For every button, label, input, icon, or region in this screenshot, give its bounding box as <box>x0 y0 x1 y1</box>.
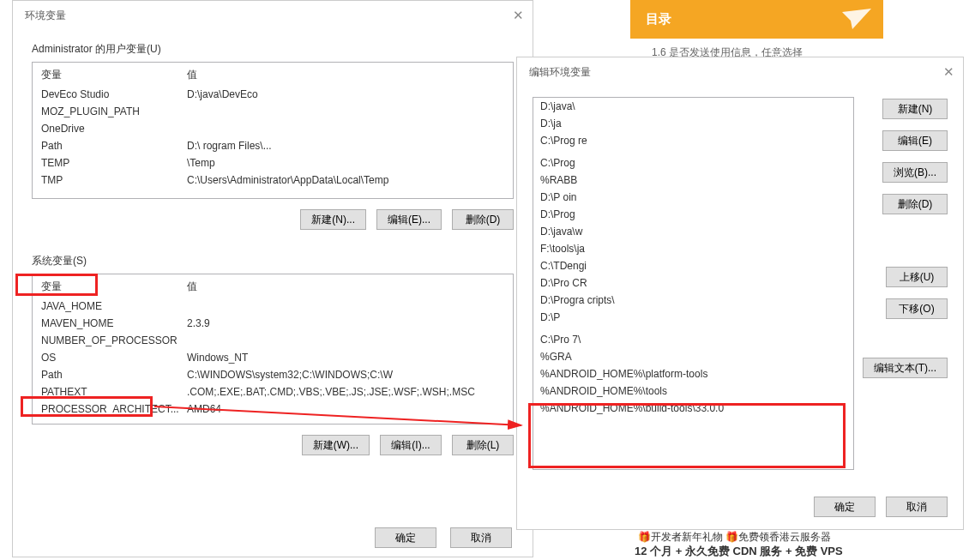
paper-plane-icon <box>842 9 871 29</box>
list-item[interactable]: F:\tools\ja <box>533 240 853 257</box>
delete-button[interactable]: 删除(D) <box>882 194 948 214</box>
edit-button[interactable]: 编辑(E) <box>882 130 948 151</box>
edit-env-var-dialog: 编辑环境变量 ✕ D:\java\ D:\ja C:\Prog re C:\Pr… <box>516 57 964 530</box>
toc-title: 目录 <box>646 11 671 27</box>
env-vars-dialog: 环境变量 ✕ Administrator 的用户变量(U) 变量 值 DevEc… <box>12 0 533 557</box>
cancel-button[interactable]: 取消 <box>886 497 948 517</box>
table-row[interactable]: OneDrive <box>33 120 513 137</box>
list-item[interactable]: D:\java\w <box>533 223 853 240</box>
user-new-button[interactable]: 新建(N)... <box>300 209 366 230</box>
cancel-button[interactable]: 取消 <box>450 527 512 548</box>
table-row[interactable]: PathC:\WINDOWS\system32;C:\WINDOWS;C:\W <box>33 366 513 383</box>
table-row[interactable]: TEMP\Temp <box>33 154 513 172</box>
list-item[interactable]: D:\java\ <box>533 98 853 115</box>
ad-line-2: 12 个月 + 永久免费 CDN 服务 + 免费 VPS <box>635 544 843 559</box>
list-item[interactable]: D:\P oin <box>533 189 853 206</box>
user-delete-button[interactable]: 删除(D) <box>452 209 514 230</box>
toc-header: 目录 <box>630 0 883 39</box>
close-icon[interactable]: ✕ <box>510 8 526 23</box>
table-row[interactable]: OSWindows_NT <box>33 349 513 366</box>
list-item[interactable]: C:\Pro 7\ <box>533 331 853 348</box>
list-item[interactable]: %RABB <box>533 172 853 189</box>
table-row[interactable]: MOZ_PLUGIN_PATH <box>33 103 513 120</box>
table-row[interactable]: PathD:\ rogram Files\... <box>33 137 513 154</box>
list-item[interactable]: D:\Pro CR <box>533 274 853 292</box>
edit-text-button[interactable]: 编辑文本(T)... <box>863 358 948 378</box>
list-item[interactable]: D:\ja <box>533 115 853 132</box>
table-row[interactable]: DevEco StudioD:\java\DevEco <box>33 86 513 103</box>
path-values-list[interactable]: D:\java\ D:\ja C:\Prog re C:\Prog %RABB … <box>533 97 854 470</box>
close-icon[interactable]: ✕ <box>941 64 956 80</box>
list-item[interactable]: %GRA <box>533 348 853 365</box>
user-edit-button[interactable]: 编辑(E)... <box>376 209 442 230</box>
ok-button[interactable]: 确定 <box>814 497 876 517</box>
list-item[interactable]: C:\Prog re <box>533 132 853 149</box>
list-item[interactable]: C:\Prog <box>533 154 853 172</box>
table-row[interactable]: MAVEN_HOME 2.3.9 <box>33 315 513 332</box>
dialog-title: 编辑环境变量 <box>529 65 591 80</box>
col-header-val[interactable]: 值 <box>187 68 197 82</box>
col-header-var[interactable]: 变量 <box>41 280 187 294</box>
sys-vars-body: JAVA_HOME MAVEN_HOME 2.3.9 NUMBER_OF_PRO… <box>33 298 513 418</box>
ok-button[interactable]: 确定 <box>375 527 436 548</box>
sys-vars-list[interactable]: 变量 值 JAVA_HOME MAVEN_HOME 2.3.9 NUMBER_O… <box>32 274 514 425</box>
col-header-val[interactable]: 值 <box>187 280 197 294</box>
sys-edit-button[interactable]: 编辑(I)... <box>380 435 442 455</box>
list-item[interactable]: D:\P <box>533 309 853 326</box>
sys-new-button[interactable]: 新建(W)... <box>302 435 370 455</box>
table-row[interactable]: JAVA_HOME <box>33 298 513 315</box>
table-row[interactable]: NUMBER_OF_PROCESSOR <box>33 332 513 349</box>
list-item[interactable]: %ANDROID_HOME%\tools <box>533 382 853 400</box>
user-vars-label: Administrator 的用户变量(U) <box>32 42 533 57</box>
new-button[interactable]: 新建(N) <box>882 99 948 119</box>
list-item[interactable]: %ANDROID_HOME%\platform-tools <box>533 365 853 382</box>
browse-button[interactable]: 浏览(B)... <box>882 162 948 183</box>
user-vars-body: DevEco StudioD:\java\DevEco MOZ_PLUGIN_P… <box>33 86 513 189</box>
ad-line-1: 🎁开发者新年礼物 🎁免费领香港云服务器 <box>638 530 831 545</box>
list-item[interactable]: %ANDROID_HOME%\build-tools\33.0.0 <box>533 400 853 417</box>
list-item[interactable]: D:\Prog <box>533 206 853 223</box>
dialog-title: 环境变量 <box>25 9 66 23</box>
table-row[interactable]: PROCESSOR_ARCHITECT...AMD64 <box>33 400 513 418</box>
move-down-button[interactable]: 下移(O) <box>886 298 948 319</box>
sys-vars-label: 系统变量(S) <box>32 254 533 268</box>
table-row[interactable]: TMPC:\Users\Administrator\AppData\Local\… <box>33 172 513 189</box>
list-item[interactable]: C:\TDengi <box>533 257 853 274</box>
sys-delete-button[interactable]: 删除(L) <box>452 435 514 455</box>
move-up-button[interactable]: 上移(U) <box>886 267 948 287</box>
table-row[interactable]: PATHEXT.COM;.EXE;.BAT;.CMD;.VBS;.VBE;.JS… <box>33 383 513 400</box>
list-item[interactable]: D:\Progra cripts\ <box>533 292 853 309</box>
user-vars-list[interactable]: 变量 值 DevEco StudioD:\java\DevEco MOZ_PLU… <box>32 62 514 199</box>
col-header-var[interactable]: 变量 <box>41 68 187 82</box>
